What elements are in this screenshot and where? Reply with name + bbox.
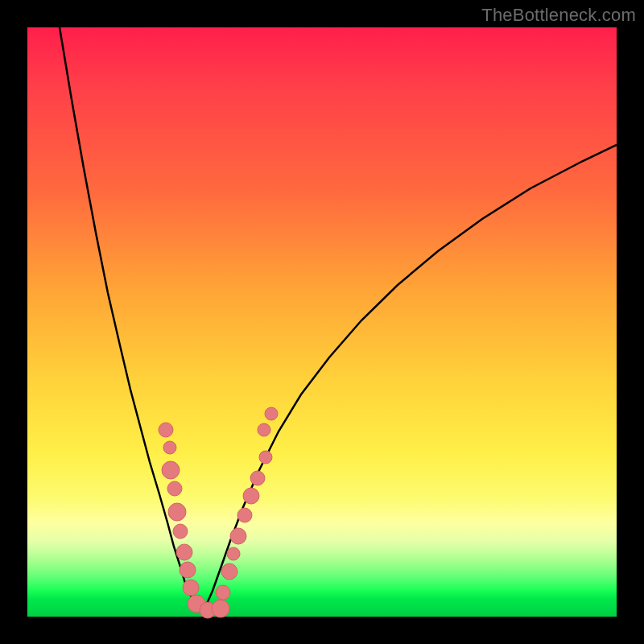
data-point (258, 423, 270, 436)
data-point (173, 524, 188, 539)
data-point (237, 508, 252, 522)
data-point (216, 585, 230, 600)
plot-area (27, 27, 617, 617)
data-point (265, 407, 278, 420)
data-point (183, 580, 199, 596)
data-point (243, 488, 259, 504)
data-point (163, 441, 176, 454)
data-point (176, 544, 192, 560)
data-point (162, 461, 180, 479)
data-point (167, 481, 182, 496)
data-point (180, 562, 196, 578)
data-point (159, 423, 173, 437)
data-point (259, 451, 272, 464)
chart-frame: TheBottleneck.com (0, 0, 644, 644)
data-point (168, 503, 186, 521)
data-point (230, 528, 246, 544)
chart-svg (27, 27, 617, 617)
data-point (250, 471, 265, 485)
data-point (221, 564, 237, 580)
data-point (212, 600, 229, 617)
watermark-text: TheBottleneck.com (481, 5, 636, 26)
curve-right-branch (201, 145, 617, 613)
data-points-group (159, 407, 278, 618)
data-point (227, 547, 240, 560)
